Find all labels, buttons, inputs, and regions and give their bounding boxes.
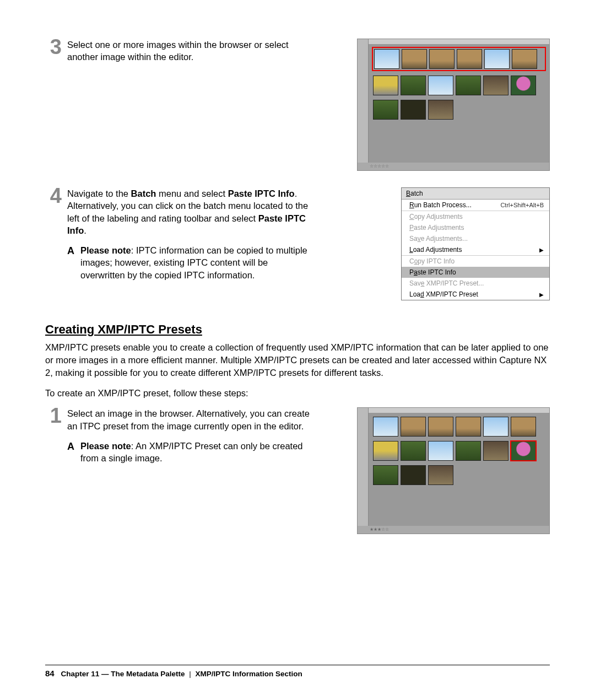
menu-item[interactable]: Load XMP/IPTC Preset▶ <box>402 289 549 300</box>
footer-section: XMP/IPTC Information Section <box>196 670 302 678</box>
menu-item: Save XMP/IPTC Preset... <box>402 278 549 289</box>
step-4-note: A Please note: IPTC information can be c… <box>67 244 310 281</box>
page-footer: 84 Chapter 11 — The Metadata Palette | X… <box>45 665 550 678</box>
step-1-text-col: Select an image in the browser. Alternat… <box>67 407 310 464</box>
rating-strip-1: ☆☆☆☆☆ <box>358 163 549 170</box>
step-4-text: Navigate to the Batch menu and select Pa… <box>67 187 310 236</box>
step-3-text-col: Select one or more images within the bro… <box>67 39 310 63</box>
section-para-1: XMP/IPTC presets enable you to create a … <box>45 341 550 379</box>
menu-item: Paste Adjustments <box>402 222 549 233</box>
note-mark-icon: A <box>67 244 74 257</box>
step-3-text: Select one or more images within the bro… <box>67 39 310 63</box>
note-mark-icon-2: A <box>67 440 74 453</box>
step-4-number: 4 <box>45 186 62 205</box>
step-1-screenshot-wrap: ★★★☆☆ <box>357 407 550 534</box>
menu-item[interactable]: Run Batch Process...Ctrl+Shift+Alt+B <box>402 200 549 211</box>
menu-item[interactable]: Load Adjustments▶ <box>402 244 549 255</box>
step-4-row: 4 Navigate to the Batch menu and select … <box>45 187 550 300</box>
batch-menu: Batch Run Batch Process...Ctrl+Shift+Alt… <box>401 187 550 300</box>
step-1-row: 1 Select an image in the browser. Altern… <box>45 407 550 534</box>
menu-item: Copy IPTC Info <box>402 256 549 267</box>
browser-screenshot-1: ☆☆☆☆☆ <box>357 39 550 171</box>
footer-chapter: Chapter 11 — The Metadata Palette <box>61 670 185 678</box>
browser-screenshot-2: ★★★☆☆ <box>357 407 550 534</box>
rating-strip-2: ★★★☆☆ <box>358 526 549 534</box>
step-1-number: 1 <box>45 406 62 425</box>
batch-menu-title[interactable]: Batch <box>402 188 549 200</box>
step-3-screenshot-wrap: ☆☆☆☆☆ <box>357 39 550 171</box>
page-number: 84 <box>45 669 55 678</box>
section-para-2: To create an XMP/IPTC preset, follow the… <box>45 387 550 400</box>
step-1-note: A Please note: An XMP/IPTC Preset can on… <box>67 440 310 465</box>
section-heading: Creating XMP/IPTC Presets <box>45 322 550 337</box>
step-4-text-col: Navigate to the Batch menu and select Pa… <box>67 187 310 281</box>
menu-item: Copy Adjustments <box>402 211 549 222</box>
menu-item[interactable]: Paste IPTC Info <box>402 267 549 278</box>
menu-item: Save Adjustments... <box>402 233 549 244</box>
step-3-number: 3 <box>45 37 62 56</box>
step-1-text: Select an image in the browser. Alternat… <box>67 407 310 432</box>
step-4-menu-wrap: Batch Run Batch Process...Ctrl+Shift+Alt… <box>401 187 550 300</box>
step-3-row: 3 Select one or more images within the b… <box>45 39 550 171</box>
